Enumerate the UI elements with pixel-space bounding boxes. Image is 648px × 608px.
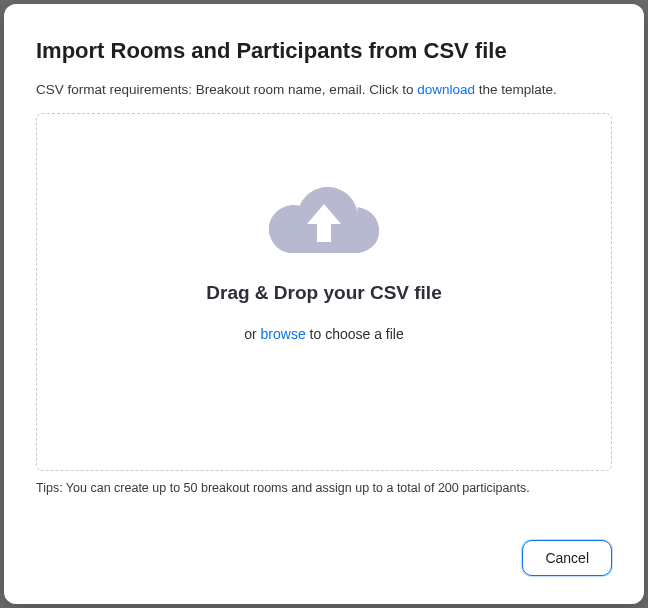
modal-title: Import Rooms and Participants from CSV f… xyxy=(36,38,612,64)
browse-link[interactable]: browse xyxy=(261,326,306,342)
modal-footer: Cancel xyxy=(36,520,612,576)
import-csv-modal: Import Rooms and Participants from CSV f… xyxy=(4,4,644,604)
subtitle-post: the template. xyxy=(475,82,557,97)
dropzone-or: or xyxy=(244,326,260,342)
dropzone-rest: to choose a file xyxy=(306,326,404,342)
subtitle-pre: CSV format requirements: Breakout room n… xyxy=(36,82,417,97)
dropzone-subtitle: or browse to choose a file xyxy=(244,326,404,342)
cloud-upload-icon xyxy=(269,182,379,260)
file-dropzone[interactable]: Drag & Drop your CSV file or browse to c… xyxy=(36,113,612,471)
tips-text: Tips: You can create up to 50 breakout r… xyxy=(36,481,612,495)
csv-format-description: CSV format requirements: Breakout room n… xyxy=(36,82,612,97)
cancel-button[interactable]: Cancel xyxy=(522,540,612,576)
dropzone-title: Drag & Drop your CSV file xyxy=(206,282,441,304)
download-template-link[interactable]: download xyxy=(417,82,475,97)
